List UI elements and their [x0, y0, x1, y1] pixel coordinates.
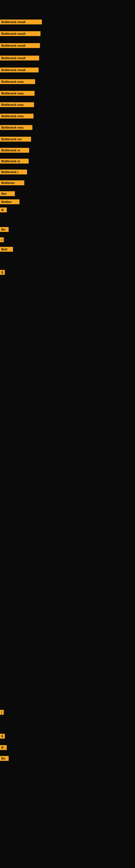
list-item: Bottleneck re	[0, 147, 135, 154]
bottleneck-label: Bott	[0, 247, 9, 252]
bottleneck-label: Bottleneck result	[0, 67, 27, 72]
list-item: Bottleneck resu	[0, 124, 135, 131]
list-item: Bottleneck result	[0, 19, 135, 25]
list-item: Bottleneck res	[0, 136, 135, 143]
list-item: Bo	[0, 755, 135, 762]
list-item: Bottleneck result	[0, 67, 135, 73]
list-item: Bott	[0, 246, 135, 252]
list-item: B	[0, 207, 135, 213]
bottleneck-label: Bottlenec	[0, 180, 16, 185]
list-item: Bot	[0, 190, 135, 197]
bottleneck-label: Bottleneck re	[0, 159, 21, 163]
bottleneck-label: Bottleneck resu	[0, 102, 25, 107]
list-item: Bottlen	[0, 198, 135, 205]
list-item: Bottleneck resu	[0, 101, 135, 108]
bottleneck-label: Bottleneck re	[0, 148, 21, 153]
bottleneck-label: Bottleneck r	[0, 169, 20, 175]
list-item: Bo	[0, 226, 135, 233]
list-item: Bottleneck result	[0, 30, 135, 37]
list-item: E	[0, 269, 135, 276]
bottleneck-label: |	[0, 237, 3, 242]
bottleneck-label: Bottleneck result	[0, 56, 27, 61]
site-title	[0, 0, 135, 4]
bottleneck-label: Bottleneck resu	[0, 125, 25, 130]
bottleneck-label: Bo	[0, 756, 7, 761]
list-item: Bottleneck result	[0, 42, 135, 49]
list-item: Bottleneck r	[0, 169, 135, 175]
list-item: B	[0, 744, 135, 751]
list-item: Bottleneck resu	[0, 79, 135, 85]
bottleneck-label: Bottleneck result	[0, 31, 27, 36]
bottleneck-label: Bottleneck resu	[0, 79, 25, 84]
list-item: |	[0, 709, 135, 716]
bottleneck-label: E	[0, 734, 5, 739]
list-item: Bottlenec	[0, 180, 135, 186]
list-item: E	[0, 733, 135, 739]
bottleneck-label: Bottleneck resu	[0, 91, 25, 96]
chart-area: Bottleneck resultBottleneck resultBottle…	[0, 4, 135, 864]
bottleneck-label: Bottleneck res	[0, 137, 23, 142]
bottleneck-label: Bo	[0, 227, 7, 232]
bottleneck-label: Bottleneck resu	[0, 114, 25, 119]
bottleneck-label: Bottlen	[0, 199, 13, 204]
list-item: Bottleneck resu	[0, 90, 135, 97]
list-item: Bottleneck resu	[0, 113, 135, 119]
bottleneck-label: B	[0, 208, 5, 212]
bottleneck-label: Bottleneck result	[0, 20, 27, 24]
list-item: |	[0, 237, 135, 243]
bottleneck-label: Bot	[0, 191, 8, 196]
bottleneck-label: E	[0, 270, 5, 275]
bottleneck-label: Bottleneck result	[0, 43, 27, 48]
list-item: Bottleneck re	[0, 158, 135, 164]
list-item: Bottleneck result	[0, 55, 135, 61]
bottleneck-label: |	[0, 710, 3, 715]
page-container: Bottleneck resultBottleneck resultBottle…	[0, 0, 135, 868]
bottleneck-label: B	[0, 745, 5, 750]
